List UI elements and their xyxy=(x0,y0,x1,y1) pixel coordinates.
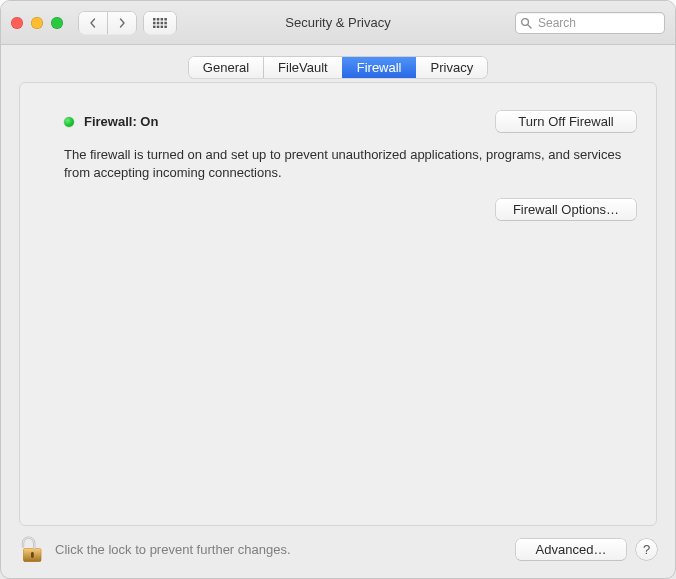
svg-rect-5 xyxy=(157,21,160,24)
tab-filevault[interactable]: FileVault xyxy=(263,57,342,78)
firewall-options-button[interactable]: Firewall Options… xyxy=(496,199,636,220)
svg-rect-14 xyxy=(31,552,34,558)
tabs-control: General FileVault Firewall Privacy xyxy=(189,57,487,78)
footer: Click the lock to prevent further change… xyxy=(1,526,675,578)
search-icon xyxy=(520,17,532,29)
tab-label: FileVault xyxy=(278,60,328,75)
svg-rect-6 xyxy=(161,21,164,24)
svg-rect-1 xyxy=(157,18,160,21)
show-all-button[interactable] xyxy=(144,12,176,34)
nav-back-forward xyxy=(79,12,136,34)
window-zoom-button[interactable] xyxy=(51,17,63,29)
titlebar: Security & Privacy xyxy=(1,1,675,45)
svg-rect-9 xyxy=(157,25,160,27)
window-title: Security & Privacy xyxy=(285,15,390,30)
preferences-window: Security & Privacy General FileVault Fir… xyxy=(0,0,676,579)
tab-privacy[interactable]: Privacy xyxy=(416,57,488,78)
firewall-status-label: Firewall: On xyxy=(84,114,158,129)
svg-rect-4 xyxy=(153,21,156,24)
tab-firewall[interactable]: Firewall xyxy=(342,57,416,78)
svg-line-13 xyxy=(528,24,531,27)
status-indicator-icon xyxy=(64,117,74,127)
svg-rect-2 xyxy=(161,18,164,21)
firewall-status-row: Firewall: On Turn Off Firewall xyxy=(64,111,636,132)
svg-rect-8 xyxy=(153,25,156,27)
tab-label: General xyxy=(203,60,249,75)
tab-label: Privacy xyxy=(431,60,474,75)
lock-button[interactable] xyxy=(19,534,45,564)
svg-rect-7 xyxy=(164,21,167,24)
unlocked-lock-icon xyxy=(19,534,45,564)
nav-back-button[interactable] xyxy=(79,12,107,34)
window-close-button[interactable] xyxy=(11,17,23,29)
tab-label: Firewall xyxy=(357,60,402,75)
window-controls xyxy=(11,17,63,29)
svg-rect-11 xyxy=(164,25,167,27)
nav-forward-button[interactable] xyxy=(107,12,136,34)
search-field-wrapper xyxy=(515,12,665,34)
window-minimize-button[interactable] xyxy=(31,17,43,29)
help-button[interactable]: ? xyxy=(636,539,657,560)
svg-rect-3 xyxy=(164,18,167,21)
search-input[interactable] xyxy=(515,12,665,34)
svg-rect-10 xyxy=(161,25,164,27)
content: Firewall: On Turn Off Firewall The firew… xyxy=(1,92,675,526)
tab-general[interactable]: General xyxy=(189,57,263,78)
advanced-button[interactable]: Advanced… xyxy=(516,539,626,560)
lock-hint-text: Click the lock to prevent further change… xyxy=(55,542,291,557)
svg-rect-0 xyxy=(153,18,156,21)
firewall-description: The firewall is turned on and set up to … xyxy=(64,146,624,181)
firewall-panel: Firewall: On Turn Off Firewall The firew… xyxy=(19,82,657,526)
turn-off-firewall-button[interactable]: Turn Off Firewall xyxy=(496,111,636,132)
